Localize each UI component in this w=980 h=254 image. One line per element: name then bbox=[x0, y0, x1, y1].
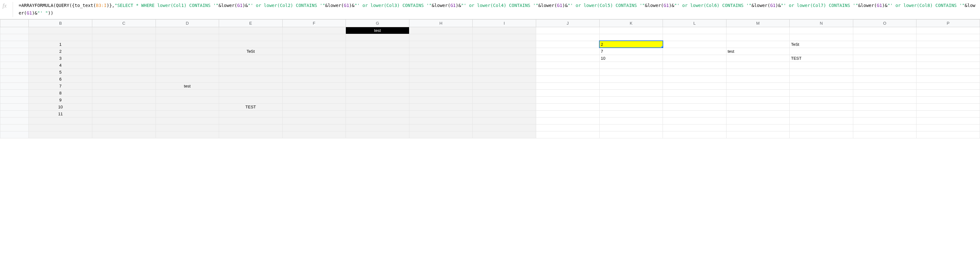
cell[interactable] bbox=[916, 68, 980, 76]
cell[interactable] bbox=[916, 117, 980, 124]
cell[interactable] bbox=[346, 76, 409, 83]
cell[interactable] bbox=[346, 131, 409, 138]
cell[interactable] bbox=[156, 48, 219, 55]
cell[interactable] bbox=[916, 27, 980, 34]
cell[interactable] bbox=[726, 55, 790, 62]
cell[interactable] bbox=[853, 96, 916, 103]
cell[interactable] bbox=[409, 117, 473, 124]
cell[interactable] bbox=[536, 83, 600, 89]
cell[interactable] bbox=[29, 27, 92, 34]
cell[interactable]: 8 bbox=[29, 89, 92, 96]
cell[interactable]: 2 bbox=[600, 41, 663, 48]
cell[interactable] bbox=[282, 131, 346, 138]
cell[interactable] bbox=[853, 103, 916, 110]
cell[interactable]: 4 bbox=[29, 62, 92, 68]
row-stub[interactable] bbox=[0, 55, 29, 62]
cell[interactable] bbox=[726, 34, 790, 41]
cell[interactable] bbox=[536, 34, 600, 41]
cell[interactable] bbox=[92, 68, 156, 76]
cell[interactable] bbox=[473, 68, 536, 76]
cell[interactable] bbox=[156, 76, 219, 83]
cell[interactable] bbox=[346, 62, 409, 68]
cell[interactable] bbox=[853, 27, 916, 34]
row-stub[interactable] bbox=[0, 124, 29, 131]
row-stub[interactable] bbox=[0, 103, 29, 110]
cell[interactable] bbox=[916, 131, 980, 138]
cell[interactable] bbox=[663, 131, 727, 138]
cell[interactable] bbox=[282, 96, 346, 103]
cell[interactable] bbox=[600, 110, 663, 117]
column-header[interactable]: M bbox=[726, 19, 790, 27]
cell[interactable] bbox=[726, 62, 790, 68]
cell[interactable] bbox=[600, 34, 663, 41]
cell[interactable] bbox=[282, 76, 346, 83]
cell[interactable] bbox=[663, 117, 727, 124]
cell[interactable]: 6 bbox=[29, 76, 92, 83]
cell[interactable] bbox=[156, 68, 219, 76]
cell[interactable] bbox=[600, 27, 663, 34]
cell[interactable] bbox=[663, 83, 727, 89]
cell[interactable] bbox=[790, 96, 853, 103]
cell[interactable] bbox=[409, 83, 473, 89]
cell[interactable] bbox=[219, 55, 283, 62]
cell[interactable] bbox=[790, 27, 853, 34]
cell[interactable] bbox=[346, 41, 409, 48]
cell[interactable] bbox=[409, 27, 473, 34]
row-stub[interactable] bbox=[0, 96, 29, 103]
cell[interactable] bbox=[92, 96, 156, 103]
cell[interactable] bbox=[600, 117, 663, 124]
cell[interactable] bbox=[790, 103, 853, 110]
cell[interactable] bbox=[29, 131, 92, 138]
cell[interactable]: 5 bbox=[29, 68, 92, 76]
cell[interactable] bbox=[916, 110, 980, 117]
cell[interactable] bbox=[663, 27, 727, 34]
row-stub[interactable] bbox=[0, 41, 29, 48]
cell[interactable] bbox=[916, 48, 980, 55]
cell[interactable] bbox=[663, 48, 727, 55]
cell[interactable] bbox=[790, 76, 853, 83]
cell[interactable] bbox=[790, 117, 853, 124]
column-header[interactable]: K bbox=[600, 19, 663, 27]
cell[interactable] bbox=[156, 96, 219, 103]
row-stub[interactable] bbox=[0, 117, 29, 124]
cell[interactable]: TeSt bbox=[790, 41, 853, 48]
cell[interactable] bbox=[663, 124, 727, 131]
cell[interactable] bbox=[473, 103, 536, 110]
cell[interactable] bbox=[473, 83, 536, 89]
cell[interactable] bbox=[536, 27, 600, 34]
cell[interactable] bbox=[346, 103, 409, 110]
cell[interactable] bbox=[536, 68, 600, 76]
cell[interactable] bbox=[409, 124, 473, 131]
cell[interactable] bbox=[600, 83, 663, 89]
cell[interactable] bbox=[156, 131, 219, 138]
cell[interactable] bbox=[92, 131, 156, 138]
cell[interactable] bbox=[790, 48, 853, 55]
cell[interactable] bbox=[219, 89, 283, 96]
cell[interactable] bbox=[600, 131, 663, 138]
column-header[interactable]: C bbox=[92, 19, 156, 27]
cell[interactable] bbox=[409, 89, 473, 96]
cell[interactable] bbox=[663, 41, 727, 48]
cell[interactable] bbox=[282, 83, 346, 89]
cell[interactable] bbox=[409, 48, 473, 55]
cell[interactable] bbox=[536, 117, 600, 124]
cell[interactable] bbox=[916, 124, 980, 131]
cell[interactable] bbox=[473, 89, 536, 96]
cell[interactable] bbox=[536, 103, 600, 110]
cell[interactable] bbox=[219, 124, 283, 131]
cell[interactable] bbox=[600, 68, 663, 76]
cell[interactable] bbox=[156, 103, 219, 110]
cell[interactable] bbox=[282, 27, 346, 34]
cell[interactable]: test bbox=[726, 48, 790, 55]
corner-cell[interactable] bbox=[0, 19, 29, 27]
cell[interactable] bbox=[219, 27, 283, 34]
cell[interactable]: 3 bbox=[29, 55, 92, 62]
cell[interactable] bbox=[409, 68, 473, 76]
cell[interactable] bbox=[156, 124, 219, 131]
cell[interactable] bbox=[916, 89, 980, 96]
row-stub[interactable] bbox=[0, 62, 29, 68]
cell[interactable] bbox=[473, 76, 536, 83]
column-header[interactable]: B bbox=[29, 19, 92, 27]
cell[interactable] bbox=[346, 34, 409, 41]
cell[interactable] bbox=[600, 89, 663, 96]
